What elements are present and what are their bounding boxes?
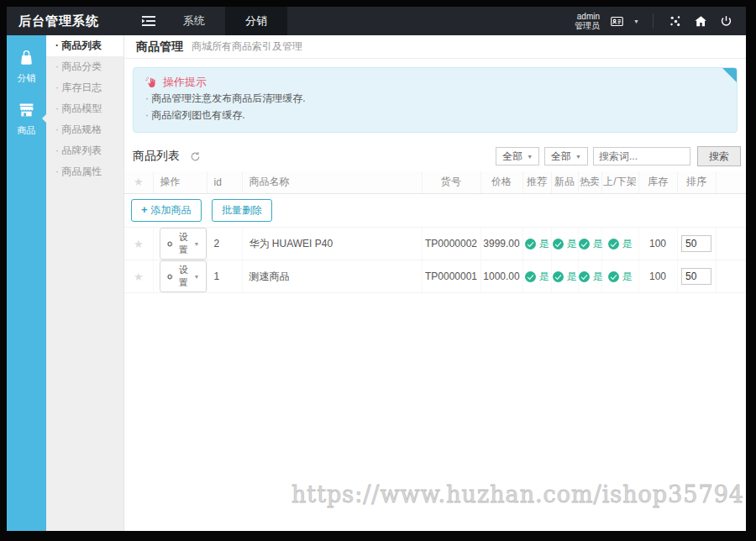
sidebar-item-product-model[interactable]: 商品模型 (46, 98, 123, 119)
window-frame: 后台管理系统 系统 分销 admin 管理员 ▼ (0, 0, 756, 541)
check-icon (579, 239, 590, 249)
batch-delete-button[interactable]: 批量删除 (212, 199, 272, 222)
bag-icon (18, 49, 35, 66)
add-product-label: 添加商品 (151, 203, 192, 218)
module-goods[interactable]: 商品 (7, 92, 46, 144)
product-id: 1 (207, 260, 242, 293)
sidebar-submenu: 商品列表 商品分类 库存日志 商品模型 商品规格 品牌列表 商品属性 (46, 35, 124, 531)
sidebar-item-product-category[interactable]: 商品分类 (46, 56, 123, 77)
user-name: admin (575, 12, 600, 21)
page-subtitle: 商城所有商品索引及管理 (192, 39, 302, 54)
hot-badge[interactable]: 是 (579, 237, 603, 251)
idcard-icon[interactable] (608, 13, 625, 29)
search-button[interactable]: 搜索 (697, 146, 741, 166)
navbar-spacer (287, 7, 575, 35)
sidebar-item-brand-list[interactable]: 品牌列表 (46, 140, 123, 161)
table-row: ★ 设置 ▼ 1 测速商品 TP0000001 1 (124, 260, 746, 293)
hot-badge[interactable]: 是 (579, 270, 603, 284)
recommend-badge[interactable]: 是 (525, 237, 549, 251)
chevron-down-icon: ▼ (575, 154, 581, 160)
top-navbar: 后台管理系统 系统 分销 admin 管理员 ▼ (7, 7, 746, 35)
sort-input[interactable] (681, 268, 711, 285)
alert-title-row: 操作提示 (145, 75, 725, 90)
user-info: admin 管理员 (575, 12, 600, 30)
table-row: ★ 设置 ▼ 2 华为 HUAWEI P40 TP0000002 (124, 228, 746, 260)
admin-app: 后台管理系统 系统 分销 admin 管理员 ▼ (7, 7, 746, 531)
alert-title: 操作提示 (163, 75, 207, 90)
hand-pointer-icon (145, 76, 158, 89)
product-sku: TP0000002 (422, 228, 480, 260)
new-badge[interactable]: 是 (553, 237, 577, 251)
tab-distribution[interactable]: 分销 (225, 7, 287, 35)
add-product-button[interactable]: + 添加商品 (131, 199, 202, 222)
table-header-row: ★ 操作 id 商品名称 货号 价格 推荐 新品 热卖 上/下架 库存 排序 (124, 171, 746, 193)
product-stock: 100 (638, 228, 677, 260)
product-name: 华为 HUAWEI P40 (242, 228, 422, 260)
filter-status-select[interactable]: 全部 ▼ (544, 147, 588, 165)
sidebar-item-product-list[interactable]: 商品列表 (46, 35, 123, 56)
gear-icon (166, 272, 173, 281)
check-icon (553, 271, 564, 282)
col-sku: 货号 (422, 171, 480, 193)
home-icon[interactable] (692, 13, 709, 29)
settings-label: 设置 (176, 264, 191, 289)
check-icon (608, 271, 619, 282)
col-hot: 热卖 (578, 171, 601, 193)
page-title: 商品管理 (136, 39, 183, 55)
product-table: ★ 操作 id 商品名称 货号 价格 推荐 新品 热卖 上/下架 库存 排序 (124, 171, 746, 293)
alert-fold-corner[interactable] (722, 68, 737, 82)
col-name: 商品名称 (242, 171, 422, 193)
star-icon[interactable]: ★ (134, 176, 144, 188)
product-id: 2 (207, 228, 242, 260)
operation-tips-alert: 操作提示 商品管理注意发布商品后清理缓存. 商品缩列图也有缓存. (133, 67, 738, 133)
col-price: 价格 (480, 171, 522, 193)
shop-icon (18, 101, 35, 118)
plus-icon: + (141, 206, 148, 214)
alert-line: 商品管理注意发布商品后清理缓存. (145, 90, 725, 107)
sidebar-item-product-spec[interactable]: 商品规格 (46, 119, 123, 140)
filter-category-select[interactable]: 全部 ▼ (496, 147, 539, 165)
search-input[interactable] (593, 147, 690, 165)
onsale-badge[interactable]: 是 (608, 237, 633, 251)
check-icon (525, 271, 536, 282)
recommend-badge[interactable]: 是 (525, 270, 549, 284)
sort-input[interactable] (681, 235, 711, 252)
panel-title: 商品列表 (133, 149, 180, 164)
onsale-badge[interactable]: 是 (608, 270, 633, 284)
table-toolbar-row: + 添加商品 批量删除 (124, 193, 746, 228)
col-id: id (207, 171, 242, 193)
power-icon[interactable] (717, 13, 734, 29)
clear-cache-icon[interactable] (667, 13, 684, 29)
col-stock: 库存 (638, 171, 677, 193)
check-icon (608, 239, 619, 249)
panel-header: 商品列表 全部 ▼ 全部 ▼ 搜索 (124, 141, 746, 171)
module-distribution[interactable]: 分销 (7, 40, 46, 92)
brand-title: 后台管理系统 (7, 7, 113, 35)
module-label: 分销 (7, 72, 46, 85)
refresh-icon[interactable] (190, 151, 201, 162)
sidebar-item-stock-log[interactable]: 库存日志 (46, 77, 123, 98)
chevron-down-icon: ▼ (194, 241, 200, 247)
sidebar-item-product-attr[interactable]: 商品属性 (46, 161, 123, 182)
chevron-down-icon: ▼ (194, 274, 200, 280)
menu-toggle-icon[interactable] (134, 7, 163, 35)
alert-line: 商品缩列图也有缓存. (145, 107, 725, 123)
star-icon[interactable]: ★ (134, 238, 144, 250)
tab-system[interactable]: 系统 (163, 7, 225, 35)
settings-button[interactable]: 设置 ▼ (160, 228, 207, 260)
col-op: 操作 (153, 171, 207, 193)
col-onsale: 上/下架 (601, 171, 638, 193)
product-stock: 100 (638, 260, 677, 293)
app-body: 分销 商品 商品列表 商品分类 库存日志 商品模型 商品规格 品牌列表 商品属性 (7, 35, 746, 531)
new-badge[interactable]: 是 (553, 270, 577, 284)
col-empty (716, 171, 746, 193)
main-content: 商品管理 商城所有商品索引及管理 操作提示 商品管理注意发布商品后清理缓存. 商… (124, 35, 746, 531)
module-rail: 分销 商品 (7, 35, 46, 531)
star-icon[interactable]: ★ (134, 270, 144, 283)
settings-button[interactable]: 设置 ▼ (160, 260, 207, 292)
watermark-text: https://www.huzhan.com/ishop35794 (291, 481, 744, 507)
navbar-right: admin 管理员 ▼ (575, 7, 746, 35)
product-price: 1000.00 (480, 260, 522, 293)
chevron-down-icon[interactable]: ▼ (633, 18, 639, 24)
check-icon (525, 239, 536, 249)
